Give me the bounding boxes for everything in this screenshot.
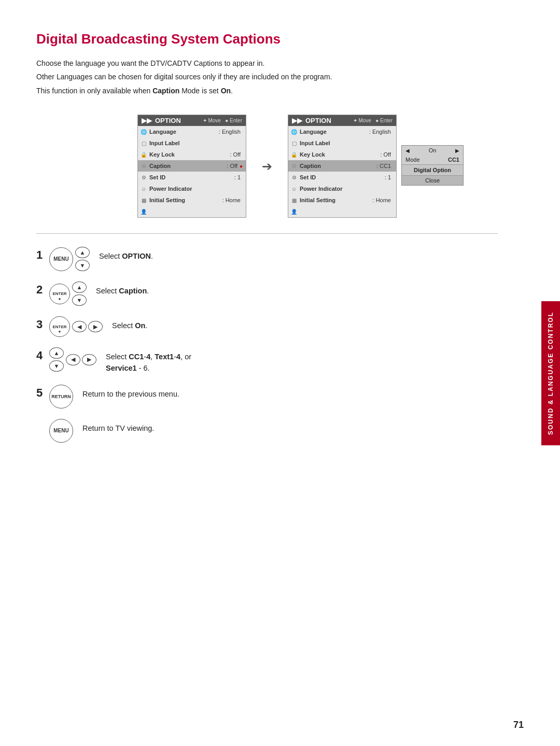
user-icon-left: 👤	[138, 207, 149, 216]
popup-left-chevron: ◀	[405, 148, 410, 153]
intro-line3-end: .	[231, 87, 233, 95]
osd-row-keylock-right: 🔒 Key Lock : Off	[288, 149, 396, 160]
intro-caption-bold: Caption	[152, 87, 179, 95]
osd-right-header: ▶▶ OPTION ✦ Move ● Enter	[288, 115, 396, 126]
step-2-buttons: ENTER ● ▲ ▼	[49, 281, 87, 306]
setid-icon-right: ⚙	[288, 173, 300, 182]
osd-right-title: OPTION	[305, 117, 331, 124]
step-4-number: 4	[36, 350, 47, 361]
osd-row-initial-right: ▩ Initial Setting : Home	[288, 194, 396, 206]
nav-right-4[interactable]: ▶	[82, 354, 96, 365]
osd-left-title: OPTION	[155, 117, 181, 124]
osd-row-powerind-left: ☺ Power Indicator	[138, 183, 246, 194]
enter-button-3[interactable]: ENTER ●	[49, 316, 70, 337]
osd-row-inputlabel-right: ▢ Input Label	[288, 137, 396, 149]
intro-line3-suffix: Mode is set	[179, 87, 220, 95]
section-divider	[36, 233, 498, 234]
osd-row-setid-left: ⚙ Set ID : 1	[138, 172, 246, 183]
nav-up-1[interactable]: ▲	[75, 247, 90, 258]
step-3-number: 3	[36, 319, 47, 330]
step-1-buttons: MENU ▲ ▼	[49, 247, 90, 271]
step-5-buttons: RETURN	[49, 385, 73, 409]
nav-down-1[interactable]: ▼	[75, 260, 90, 271]
popup-right-chevron: ▶	[455, 148, 459, 153]
step-3: 3 ENTER ● ◀ ▶ Select On.	[36, 316, 498, 337]
nav-left-4[interactable]: ◀	[66, 354, 80, 365]
osd-row-setid-right: ⚙ Set ID : 1	[288, 172, 396, 183]
nav-up-2[interactable]: ▲	[72, 281, 87, 293]
step-5-text: Return to the previous menu.	[82, 385, 179, 400]
step-2: 2 ENTER ● ▲ ▼ Select Caption.	[36, 281, 498, 306]
nav-up-4[interactable]: ▲	[49, 347, 64, 359]
globe-icon-right: 🌐	[288, 127, 300, 136]
osd-row-caption-left: ☉ Caption : Off ●	[138, 160, 246, 172]
step-4: 4 ▲ ▼ ◀ ▶ Select CC1-4, Text1-4, orServi…	[36, 347, 498, 374]
osd-left-box: ▶▶ OPTION ✦ Move ● Enter 🌐 Language : En…	[137, 115, 246, 218]
side-tab-text: SOUND & LANGUAGE CONTROL	[547, 312, 554, 435]
osd-row-keylock-left: 🔒 Key Lock : Off	[138, 149, 246, 160]
nav-down-4[interactable]: ▼	[49, 360, 64, 372]
step-2-number: 2	[36, 284, 47, 295]
step-3-text: Select On.	[112, 316, 148, 332]
osd-row-powerind-right: ☺ Power Indicator	[288, 183, 396, 194]
input-icon: ▢	[138, 138, 149, 148]
osd-left-logo: ▶▶ OPTION	[142, 117, 181, 124]
setid-icon-left: ⚙	[138, 173, 149, 182]
steps-container: 1 MENU ▲ ▼ Select OPTION. 2 ENTER ●	[36, 247, 498, 453]
intro-section: Choose the language you want the DTV/CAD…	[36, 58, 498, 96]
step-menu-buttons: MENU	[49, 419, 73, 443]
osd-row-initial-left: ▩ Initial Setting : Home	[138, 194, 246, 206]
step-5-number: 5	[36, 387, 47, 399]
step-3-buttons: ENTER ● ◀ ▶	[49, 316, 103, 337]
powerind-icon-left: ☺	[138, 184, 149, 193]
osd-row-caption-right: ☉ Caption : CC1	[288, 160, 396, 172]
powerind-icon-right: ☺	[288, 184, 300, 193]
page-number: 71	[513, 720, 524, 730]
nav-left-3[interactable]: ◀	[72, 321, 87, 332]
osd-left-header: ▶▶ OPTION ✦ Move ● Enter	[138, 115, 246, 126]
diagram-arrow: ➔	[262, 159, 272, 174]
initial-icon-left: ▩	[138, 195, 149, 205]
keylock-icon-right: 🔒	[288, 150, 300, 159]
enter-button-2[interactable]: ENTER ●	[49, 284, 70, 304]
diagram-area: ▶▶ OPTION ✦ Move ● Enter 🌐 Language : En…	[36, 115, 498, 218]
osd-row-language-left: 🌐 Language : English	[138, 126, 246, 137]
step-1-number: 1	[36, 249, 47, 261]
page-title: Digital Broadcasting System Captions	[36, 31, 498, 47]
osd-right-nav: ✦ Move ● Enter	[353, 118, 393, 123]
popup-mode-row: Mode CC1	[402, 155, 463, 164]
popup-mode-value: CC1	[448, 157, 459, 163]
osd-left-nav: ✦ Move ● Enter	[203, 118, 242, 123]
intro-line2: Other Languages can be chosen for digita…	[36, 71, 498, 82]
popup-menu: ◀ On ▶ Mode CC1 Digital Option Close	[401, 145, 464, 186]
popup-on-row: ◀ On ▶	[402, 146, 463, 155]
popup-close: Close	[402, 176, 463, 185]
keylock-icon-left: 🔒	[138, 150, 149, 159]
osd-row-inputlabel-left: ▢ Input Label	[138, 137, 246, 149]
step-2-text: Select Caption.	[96, 281, 149, 297]
return-button-5[interactable]: RETURN	[49, 385, 73, 409]
menu-button-end[interactable]: MENU	[49, 419, 73, 443]
step-4-text: Select CC1-4, Text1-4, orService1 - 6.	[106, 347, 191, 374]
step-menu-text: Return to TV viewing.	[82, 419, 154, 434]
osd-right-logo: ▶▶ OPTION	[292, 117, 331, 124]
enter-icon-left: ●	[240, 163, 243, 169]
osd-row-user-right: 👤	[288, 206, 396, 217]
nav-right-3[interactable]: ▶	[88, 321, 103, 332]
step-menu: - MENU Return to TV viewing.	[36, 419, 498, 443]
step-1: 1 MENU ▲ ▼ Select OPTION.	[36, 247, 498, 271]
popup-mode-label: Mode	[405, 157, 420, 163]
intro-on-bold: On	[221, 87, 231, 95]
step-4-buttons: ▲ ▼ ◀ ▶	[49, 347, 96, 372]
caption-icon-left: ☉	[138, 161, 149, 171]
nav-down-2[interactable]: ▼	[72, 294, 87, 306]
caption-icon-right: ☉	[288, 161, 300, 171]
intro-line3-prefix: This function in only available when	[36, 87, 152, 95]
intro-line1: Choose the language you want the DTV/CAD…	[36, 58, 498, 69]
side-tab: SOUND & LANGUAGE CONTROL	[541, 301, 560, 445]
globe-icon: 🌐	[138, 127, 149, 136]
initial-icon-right: ▩	[288, 195, 300, 205]
menu-button-1[interactable]: MENU	[49, 247, 73, 271]
popup-digital-option: Digital Option	[402, 165, 463, 175]
osd-row-language-right: 🌐 Language : English	[288, 126, 396, 137]
